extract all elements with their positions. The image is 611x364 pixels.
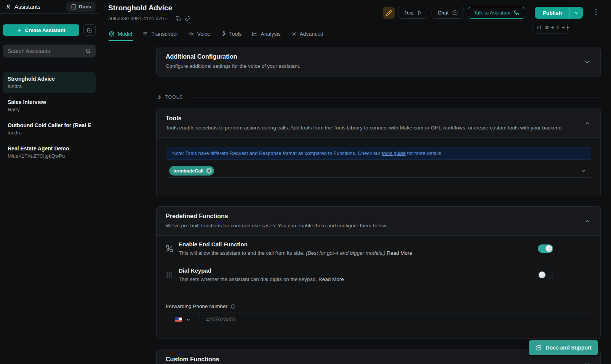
chevron-up-icon[interactable]: [584, 218, 590, 224]
custom-functions-title: Custom Functions: [166, 355, 591, 364]
model-tab-content: Additional Configuration Configure addit…: [99, 41, 611, 364]
tab-analysis[interactable]: Analysis: [252, 27, 280, 41]
assistant-name: Outbound Cold Caller for {Real E: [8, 122, 91, 129]
end-call-function-toggle[interactable]: [538, 244, 553, 253]
info-icon[interactable]: [230, 304, 236, 309]
search-icon: [85, 48, 91, 54]
support-chat-icon: [535, 345, 542, 351]
gear-icon: [291, 31, 297, 37]
tab-model[interactable]: Model: [109, 27, 132, 41]
chevron-down-icon: [186, 317, 191, 322]
chat-bubble-icon: [452, 10, 458, 16]
tab-advanced[interactable]: Advanced: [291, 27, 323, 41]
copy-icon[interactable]: [176, 16, 181, 21]
assistant-list-item[interactable]: Real Estate Agent Demo MiueK1FXuZTCItgbQ…: [3, 142, 96, 163]
search-shortcut: ⌘ + ⇧ + F: [545, 25, 569, 30]
docs-button[interactable]: Docs: [66, 2, 96, 12]
additional-configuration-card: Additional Configuration Configure addit…: [156, 47, 601, 77]
model-icon: [109, 31, 115, 37]
assistants-sidebar: Assistants Docs Create Assistant St: [0, 0, 99, 364]
assistant-subtitle: MiueK1FXuZTCItgbQwPu: [8, 153, 91, 160]
chat-button[interactable]: Chat: [432, 7, 464, 19]
link-icon[interactable]: [185, 16, 190, 21]
assistant-list-item[interactable]: Sales Interview Harry: [3, 95, 96, 117]
chevron-up-icon[interactable]: [584, 120, 590, 126]
talk-to-assistant-button[interactable]: Talk to Assistant: [468, 7, 526, 19]
assistant-id: a0f5ab3e-b981-412c-b767…: [108, 16, 171, 21]
chart-icon: [252, 31, 258, 37]
transcriber-icon: [142, 31, 148, 37]
chat-button-label: Chat: [438, 10, 449, 16]
page-search-button[interactable]: ⌘ + ⇧ + F: [533, 22, 568, 34]
forwarding-phone-input[interactable]: [200, 313, 591, 326]
tab-tools[interactable]: Tools: [221, 27, 242, 41]
assistant-list-item[interactable]: Outbound Cold Caller for {Real E tundra: [3, 118, 96, 140]
tools-multiselect[interactable]: terminateCall: [166, 164, 591, 178]
phone-icon: [514, 10, 519, 16]
person-icon: [5, 4, 11, 10]
read-more-link[interactable]: Read More: [318, 276, 344, 282]
search-icon: [537, 25, 542, 30]
forwarding-phone-input-group: [166, 313, 591, 326]
book-icon: [71, 4, 76, 10]
phone-off-icon: [166, 245, 179, 252]
chevron-down-icon: [581, 168, 586, 174]
docs-and-support-label: Docs and Support: [545, 345, 592, 351]
tab-voice[interactable]: Voice: [188, 27, 210, 41]
selected-tool-chip: terminateCall: [169, 166, 214, 176]
dial-keypad-toggle[interactable]: [538, 271, 553, 279]
publish-dropdown[interactable]: [569, 7, 583, 19]
read-more-link[interactable]: Read More: [387, 250, 412, 256]
tools-section-divider: TOOLS: [156, 94, 601, 101]
search-assistants-input[interactable]: [3, 45, 96, 57]
tools-card-title: Tools: [166, 114, 591, 123]
us-flag-icon: [175, 317, 182, 322]
remove-tool-icon[interactable]: [206, 168, 212, 174]
sidebar-header: Assistants Docs: [0, 0, 99, 14]
end-call-function-title: Enable End Call Function: [179, 241, 538, 248]
dial-keypad-description: This sets whether the assistant can dial…: [179, 276, 538, 283]
additional-configuration-title: Additional Configuration: [166, 53, 591, 61]
tools-card: Tools Tools enable voicebots to perform …: [156, 109, 601, 197]
page-title: Stronghold Advice: [108, 4, 172, 12]
publish-button-label: Publish: [535, 7, 569, 19]
assistant-list-item[interactable]: Stronghold Advice tundra: [3, 72, 96, 93]
plus-icon: [17, 28, 22, 33]
publish-button[interactable]: Publish: [535, 7, 583, 19]
create-assistant-label: Create Assistant: [25, 27, 65, 33]
edit-button[interactable]: [383, 7, 395, 19]
assistant-name: Stronghold Advice: [8, 75, 91, 82]
pencil-icon: [386, 10, 392, 16]
create-assistant-button[interactable]: Create Assistant: [3, 24, 79, 36]
additional-configuration-description: Configure additional settings for the vo…: [166, 62, 591, 70]
tools-section-label: TOOLS: [165, 94, 183, 100]
predefined-functions-title: Predefined Functions: [166, 212, 591, 220]
dial-keypad-row: Dial Keypad This sets whether the assist…: [166, 262, 591, 288]
test-button[interactable]: Test: [398, 7, 428, 19]
dial-keypad-title: Dial Keypad: [179, 267, 538, 274]
assistant-name: Real Estate Agent Demo: [8, 145, 91, 152]
predefined-functions-card: Predefined Functions We've pre-built fun…: [156, 206, 601, 339]
docs-button-label: Docs: [79, 4, 91, 10]
docs-and-support-button[interactable]: Docs and Support: [529, 340, 598, 355]
more-options-button[interactable]: [595, 9, 597, 15]
play-icon: [417, 10, 422, 15]
folder-button[interactable]: [83, 24, 96, 36]
tab-transcriber[interactable]: Transcriber: [142, 27, 178, 41]
tools-card-description: Tools enable voicebots to perform action…: [166, 124, 591, 131]
wrench-icon: [221, 31, 226, 37]
main-panel: Stronghold Advice a0f5ab3e-b981-412c-b76…: [99, 0, 611, 364]
country-select[interactable]: [166, 313, 200, 326]
end-call-function-description: This will allow the assistant to end the…: [179, 250, 538, 257]
talk-to-assistant-label: Talk to Assistant: [474, 10, 511, 16]
assistant-list: Stronghold Advice tundra Sales Interview…: [0, 72, 99, 163]
sidebar-title: Assistants: [14, 3, 66, 10]
keypad-icon: [166, 271, 179, 278]
assistant-subtitle: tundra: [8, 83, 91, 90]
selected-tool-name: terminateCall: [173, 168, 203, 174]
folder-plus-icon: [87, 27, 93, 33]
forwarding-phone-label: Forwarding Phone Number: [166, 303, 227, 309]
tools-guide-link[interactable]: tools guide: [382, 150, 406, 156]
chevron-down-icon[interactable]: [584, 361, 590, 364]
chevron-down-icon[interactable]: [584, 59, 590, 65]
